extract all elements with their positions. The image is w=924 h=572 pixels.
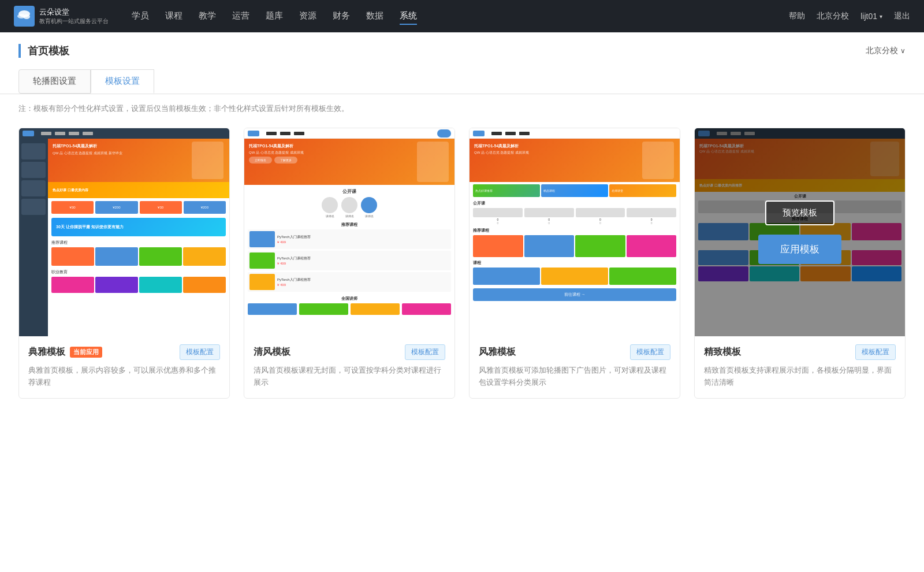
branch-label[interactable]: 北京分校 xyxy=(817,11,849,21)
help-link[interactable]: 帮助 xyxy=(789,11,805,21)
logo-icon xyxy=(14,6,35,27)
note-text: 注：模板有部分个性化样式设置，设置后仅当前模板生效；非个性化样式设置后针对所有模… xyxy=(0,94,924,123)
page-content: 首页模板 北京分校 轮播图设置 模板设置 注：模板有部分个性化样式设置，设置后仅… xyxy=(0,32,924,572)
template-desc-2: 清风首页模板课程无封面，可设置按学科分类对课程进行展示 xyxy=(254,365,445,389)
template-card-3: 托福TPO1-54真题及解析 QW 品 心语总览 选题提报 成就班规 热点好课推… xyxy=(469,128,680,399)
template-preview-4[interactable]: 托福TPO1-54真题及解析 QW 品 心语总览 选题提报 成就班规 热点好课 … xyxy=(695,128,905,336)
template-info-4: 精致模板 模板配置 精致首页模板支持课程展示封面，各模板分隔明显，界面简洁清晰 xyxy=(695,336,905,398)
nav-item-courses[interactable]: 课程 xyxy=(165,8,182,25)
navigation: 云朵设堂 教育机构一站式服务云平台 学员 课程 教学 运营 题库 资源 财务 数… xyxy=(0,0,924,32)
template-preview-1[interactable]: 托福TPO1-54真题及解析 QW 品 心语总览 选题提报 成就班规 新华毕业 … xyxy=(19,128,229,336)
branch-selector[interactable]: 北京分校 xyxy=(866,46,906,56)
nav-item-finance[interactable]: 财务 xyxy=(333,8,350,25)
template-preview-3[interactable]: 托福TPO1-54真题及解析 QW 品 心语总览 选题提报 成就班规 热点好课推… xyxy=(470,128,680,336)
nav-right: 帮助 北京分校 lijt01 退出 xyxy=(789,11,910,21)
template-name-row-4: 精致模板 模板配置 xyxy=(704,344,896,360)
preview-overlay-4: 预览模板 应用模板 xyxy=(695,128,905,336)
template-name-row-1: 典雅模板 当前应用 模板配置 xyxy=(28,344,220,360)
nav-item-students[interactable]: 学员 xyxy=(132,8,149,25)
nav-logo: 云朵设堂 教育机构一站式服务云平台 xyxy=(14,6,109,27)
logo-text: 云朵设堂 教育机构一站式服务云平台 xyxy=(39,8,109,25)
template-config-btn-3[interactable]: 模板配置 xyxy=(630,344,670,360)
template-config-btn-1[interactable]: 模板配置 xyxy=(180,344,220,360)
nav-item-operations[interactable]: 运营 xyxy=(232,8,249,25)
page-header: 首页模板 北京分校 xyxy=(0,32,924,58)
apply-btn-3[interactable]: 应用模板 xyxy=(533,235,616,264)
user-dropdown[interactable]: lijt01 xyxy=(860,12,882,21)
tabs-container: 轮播图设置 模板设置 xyxy=(0,58,924,94)
template-badge-1: 当前应用 xyxy=(70,347,102,358)
template-config-btn-2[interactable]: 模板配置 xyxy=(405,344,445,360)
preview-btn-2[interactable]: 预览模板 xyxy=(315,200,384,225)
tab-carousel[interactable]: 轮播图设置 xyxy=(18,69,91,94)
template-desc-3: 风雅首页模板可添加轮播图下广告图片，可对课程及课程包设置学科分类展示 xyxy=(479,365,670,389)
template-name-4: 精致模板 xyxy=(704,346,741,358)
template-card-1: 托福TPO1-54真题及解析 QW 品 心语总览 选题提报 成就班规 新华毕业 … xyxy=(18,128,230,399)
template-desc-4: 精致首页模板支持课程展示封面，各模板分隔明显，界面简洁清晰 xyxy=(704,365,896,389)
nav-menu: 学员 课程 教学 运营 题库 资源 财务 数据 系统 xyxy=(132,8,417,25)
preview-btn-3[interactable]: 预览模板 xyxy=(540,200,609,225)
apply-btn-4[interactable]: 应用模板 xyxy=(758,235,841,264)
nav-left: 云朵设堂 教育机构一站式服务云平台 学员 课程 教学 运营 题库 资源 财务 数… xyxy=(14,6,417,27)
preview-btn-1[interactable]: 预览模板 xyxy=(90,200,159,225)
nav-item-teaching[interactable]: 教学 xyxy=(199,8,216,25)
svg-point-2 xyxy=(23,14,30,19)
nav-item-questions[interactable]: 题库 xyxy=(266,8,283,25)
template-preview-2[interactable]: 托福TPO1-54真题及解析 QW 品 心语总览 选题提报 成就班规 立即报名 … xyxy=(244,128,454,336)
preview-btn-4[interactable]: 预览模板 xyxy=(765,200,834,225)
template-card-4: 托福TPO1-54真题及解析 QW 品 心语总览 选题提报 成就班规 热点好课 … xyxy=(694,128,906,399)
template-name-row-3: 风雅模板 模板配置 xyxy=(479,344,670,360)
template-name-2: 清风模板 xyxy=(254,346,290,358)
nav-item-data[interactable]: 数据 xyxy=(366,8,383,25)
templates-grid: 托福TPO1-54真题及解析 QW 品 心语总览 选题提报 成就班规 新华毕业 … xyxy=(0,123,924,422)
template-info-1: 典雅模板 当前应用 模板配置 典雅首页模板，展示内容较多，可以展示优惠券和多个推… xyxy=(19,336,229,398)
template-name-1: 典雅模板 当前应用 xyxy=(28,346,102,358)
template-name-3: 风雅模板 xyxy=(479,346,516,358)
template-card-2: 托福TPO1-54真题及解析 QW 品 心语总览 选题提报 成就班规 立即报名 … xyxy=(244,128,455,399)
template-info-2: 清风模板 模板配置 清风首页模板课程无封面，可设置按学科分类对课程进行展示 xyxy=(244,336,454,398)
nav-item-system[interactable]: 系统 xyxy=(400,8,417,25)
template-config-btn-4[interactable]: 模板配置 xyxy=(855,344,896,360)
template-name-row-2: 清风模板 模板配置 xyxy=(254,344,445,360)
template-info-3: 风雅模板 模板配置 风雅首页模板可添加轮播图下广告图片，可对课程及课程包设置学科… xyxy=(470,336,680,398)
page-title: 首页模板 xyxy=(18,44,69,58)
template-desc-1: 典雅首页模板，展示内容较多，可以展示优惠券和多个推荐课程 xyxy=(28,365,220,389)
tab-template[interactable]: 模板设置 xyxy=(91,69,154,94)
nav-item-resources[interactable]: 资源 xyxy=(299,8,316,25)
apply-btn-2[interactable]: 应用模板 xyxy=(308,235,391,264)
apply-btn-1[interactable]: 应用模板 xyxy=(83,235,166,264)
logout-button[interactable]: 退出 xyxy=(894,11,910,21)
